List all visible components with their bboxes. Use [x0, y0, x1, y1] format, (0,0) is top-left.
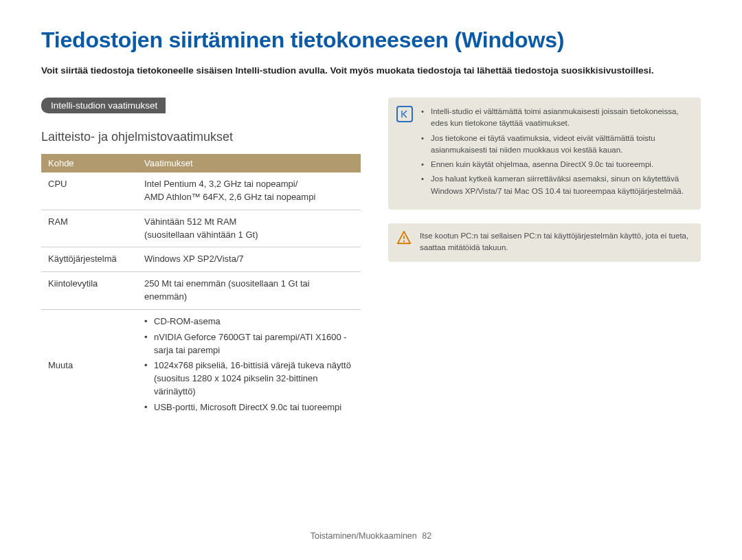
- cell-key: Muuta: [41, 309, 137, 422]
- left-column: Intelli-studion vaatimukset Laitteisto- …: [41, 98, 361, 423]
- table-row: CPU Intel Pentium 4, 3,2 GHz tai nopeamp…: [41, 172, 361, 210]
- muuta-list: CD-ROM-asema nVIDIA Geforce 7600GT tai p…: [144, 315, 354, 414]
- table-row: Muuta CD-ROM-asema nVIDIA Geforce 7600GT…: [41, 309, 361, 422]
- cell-key: Käyttöjärjestelmä: [41, 247, 137, 272]
- svg-point-1: [403, 240, 405, 242]
- table-row: Kiintolevytila 250 Mt tai enemmän (suosi…: [41, 272, 361, 310]
- list-item: CD-ROM-asema: [144, 315, 354, 328]
- cell-val: Intel Pentium 4, 3,2 GHz tai nopeampi/ A…: [137, 172, 361, 210]
- th-kohde: Kohde: [41, 154, 137, 172]
- list-item: USB-portti, Microsoft DirectX 9.0c tai t…: [144, 401, 354, 414]
- cell-key: RAM: [41, 210, 137, 247]
- cell-key: CPU: [41, 172, 137, 210]
- right-column: Intelli-studio ei välttämättä toimi asia…: [388, 98, 701, 423]
- subtitle: Laitteisto- ja ohjelmistovaatimukset: [41, 130, 361, 144]
- list-item: 1024x768 pikseliä, 16-bittisiä värejä tu…: [144, 359, 354, 399]
- cell-val: Windows XP SP2/Vista/7: [137, 247, 361, 272]
- warning-box: Itse kootun PC:n tai sellaisen PC:n tai …: [388, 223, 701, 262]
- th-vaatimukset: Vaatimukset: [137, 154, 361, 172]
- footer: Toistaminen/Muokkaaminen 82: [0, 531, 742, 541]
- page-root: Tiedostojen siirtäminen tietokoneeseen (…: [0, 0, 742, 560]
- table-row: RAM Vähintään 512 Mt RAM (suositellaan v…: [41, 210, 361, 247]
- page-number: 82: [422, 531, 431, 541]
- cell-key: Kiintolevytila: [41, 272, 137, 310]
- cell-val: CD-ROM-asema nVIDIA Geforce 7600GT tai p…: [137, 309, 361, 422]
- list-item: nVIDIA Geforce 7600GT tai parempi/ATI X1…: [144, 331, 354, 357]
- note-box: Intelli-studio ei välttämättä toimi asia…: [388, 98, 701, 210]
- list-item: Ennen kuin käytät ohjelmaa, asenna Direc…: [421, 159, 691, 170]
- cell-val: Vähintään 512 Mt RAM (suositellaan vähin…: [137, 210, 361, 247]
- cell-val: 250 Mt tai enemmän (suositellaan 1 Gt ta…: [137, 272, 361, 310]
- requirements-table: Kohde Vaatimukset CPU Intel Pentium 4, 3…: [41, 154, 361, 423]
- page-title: Tiedostojen siirtäminen tietokoneeseen (…: [41, 27, 701, 53]
- footer-section: Toistaminen/Muokkaaminen: [311, 531, 417, 541]
- warning-text: Itse kootun PC:n tai sellaisen PC:n tai …: [420, 230, 691, 254]
- list-item: Intelli-studio ei välttämättä toimi asia…: [421, 106, 691, 130]
- table-row: Käyttöjärjestelmä Windows XP SP2/Vista/7: [41, 247, 361, 272]
- note-list: Intelli-studio ei välttämättä toimi asia…: [421, 106, 691, 200]
- list-item: Jos tietokone ei täytä vaatimuksia, vide…: [421, 133, 691, 157]
- content-columns: Intelli-studion vaatimukset Laitteisto- …: [41, 98, 701, 423]
- warning-icon: [396, 230, 412, 245]
- section-pill: Intelli-studion vaatimukset: [41, 98, 166, 113]
- note-icon: [396, 106, 413, 122]
- list-item: Jos haluat kytkeä kameran siirrettäväksi…: [421, 173, 691, 197]
- intro-text: Voit siirtää tiedostoja tietokoneelle si…: [41, 65, 701, 76]
